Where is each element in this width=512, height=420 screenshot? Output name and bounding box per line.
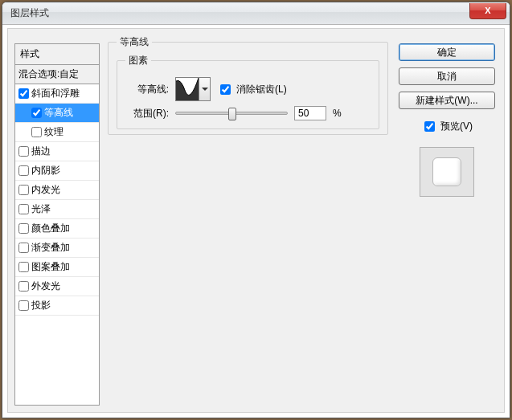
range-input[interactable] bbox=[294, 106, 326, 120]
style-item-checkbox[interactable] bbox=[18, 243, 29, 253]
window-title: 图层样式 bbox=[10, 6, 49, 20]
style-item-checkbox[interactable] bbox=[18, 185, 29, 195]
antialias-checkbox-wrap[interactable]: 消除锯齿(L) bbox=[217, 82, 287, 97]
style-item-label: 纹理 bbox=[44, 125, 63, 139]
ok-button[interactable]: 确定 bbox=[399, 43, 495, 61]
preview-checkbox[interactable] bbox=[424, 121, 435, 132]
style-item-checkbox[interactable] bbox=[18, 146, 29, 157]
style-item-label: 光泽 bbox=[31, 202, 51, 216]
style-item-label: 斜面和浮雕 bbox=[31, 87, 80, 100]
contour-picker[interactable] bbox=[175, 77, 199, 101]
style-item-label: 内阴影 bbox=[31, 164, 60, 177]
style-item-label: 内发光 bbox=[31, 183, 60, 197]
style-item-label: 颜色叠加 bbox=[31, 222, 70, 235]
antialias-checkbox[interactable] bbox=[220, 84, 231, 95]
elements-group-legend: 图素 bbox=[125, 54, 151, 67]
style-item-4[interactable]: 内阴影 bbox=[15, 161, 99, 181]
styles-header: 样式 bbox=[15, 44, 99, 65]
style-item-checkbox[interactable] bbox=[18, 88, 29, 99]
preview-label: 预览(V) bbox=[440, 120, 473, 133]
contour-label: 等高线: bbox=[125, 83, 169, 96]
style-item-2[interactable]: 纹理 bbox=[15, 123, 99, 142]
settings-panel: 等高线 图素 等高线: bbox=[108, 35, 388, 406]
contour-group-legend: 等高线 bbox=[117, 35, 152, 49]
cancel-button[interactable]: 取消 bbox=[399, 67, 495, 85]
ok-button-label: 确定 bbox=[437, 46, 457, 59]
style-item-checkbox[interactable] bbox=[18, 262, 29, 272]
style-item-5[interactable]: 内发光 bbox=[15, 181, 99, 200]
preview-checkbox-wrap[interactable]: 预览(V) bbox=[421, 119, 473, 134]
style-item-checkbox[interactable] bbox=[18, 281, 29, 292]
style-item-label: 外发光 bbox=[31, 279, 60, 293]
style-item-3[interactable]: 描边 bbox=[15, 142, 99, 161]
cancel-button-label: 取消 bbox=[437, 70, 457, 84]
blend-options-row[interactable]: 混合选项:自定 bbox=[15, 65, 99, 84]
style-item-checkbox[interactable] bbox=[18, 223, 29, 234]
range-slider[interactable] bbox=[175, 112, 288, 115]
new-style-button[interactable]: 新建样式(W)... bbox=[399, 92, 495, 109]
preview-swatch bbox=[432, 157, 461, 186]
styles-list: 样式 混合选项:自定 斜面和浮雕等高线纹理描边内阴影内发光光泽颜色叠加渐变叠加图… bbox=[14, 43, 100, 406]
range-unit: % bbox=[333, 108, 342, 119]
contour-group: 等高线 图素 等高线: bbox=[108, 35, 388, 135]
preview-box bbox=[420, 147, 474, 197]
close-button[interactable]: X bbox=[469, 3, 506, 19]
style-item-9[interactable]: 图案叠加 bbox=[15, 258, 99, 277]
style-item-label: 渐变叠加 bbox=[31, 241, 70, 255]
blend-options-label: 混合选项:自定 bbox=[18, 67, 79, 81]
style-item-label: 等高线 bbox=[44, 106, 73, 120]
style-item-8[interactable]: 渐变叠加 bbox=[15, 239, 99, 258]
style-item-label: 描边 bbox=[31, 145, 51, 158]
client-area: 样式 混合选项:自定 斜面和浮雕等高线纹理描边内阴影内发光光泽颜色叠加渐变叠加图… bbox=[7, 28, 505, 413]
style-item-6[interactable]: 光泽 bbox=[15, 200, 99, 219]
style-item-7[interactable]: 颜色叠加 bbox=[15, 219, 99, 239]
contour-dropdown-button[interactable] bbox=[199, 77, 211, 101]
style-item-1[interactable]: 等高线 bbox=[15, 104, 99, 123]
range-slider-thumb[interactable] bbox=[228, 108, 236, 120]
style-item-checkbox[interactable] bbox=[18, 165, 29, 176]
right-buttons: 确定 取消 新建样式(W)... 预览(V) bbox=[396, 43, 498, 197]
style-item-0[interactable]: 斜面和浮雕 bbox=[15, 84, 99, 104]
style-item-checkbox[interactable] bbox=[18, 300, 29, 311]
antialias-label: 消除锯齿(L) bbox=[236, 83, 287, 96]
style-item-checkbox[interactable] bbox=[31, 108, 42, 118]
style-item-label: 图案叠加 bbox=[31, 260, 70, 274]
dialog-window: 图层样式 X 样式 混合选项:自定 斜面和浮雕等高线纹理描边内阴影内发光光泽颜色… bbox=[2, 2, 510, 418]
style-item-label: 投影 bbox=[31, 299, 51, 312]
style-item-10[interactable]: 外发光 bbox=[15, 277, 99, 296]
elements-group: 图素 等高线: bbox=[117, 54, 379, 129]
range-label: 范围(R): bbox=[125, 107, 169, 120]
style-item-checkbox[interactable] bbox=[18, 204, 29, 214]
style-item-11[interactable]: 投影 bbox=[15, 296, 99, 316]
new-style-button-label: 新建样式(W)... bbox=[416, 94, 477, 108]
titlebar[interactable]: 图层样式 X bbox=[2, 2, 510, 25]
style-item-checkbox[interactable] bbox=[31, 127, 42, 137]
